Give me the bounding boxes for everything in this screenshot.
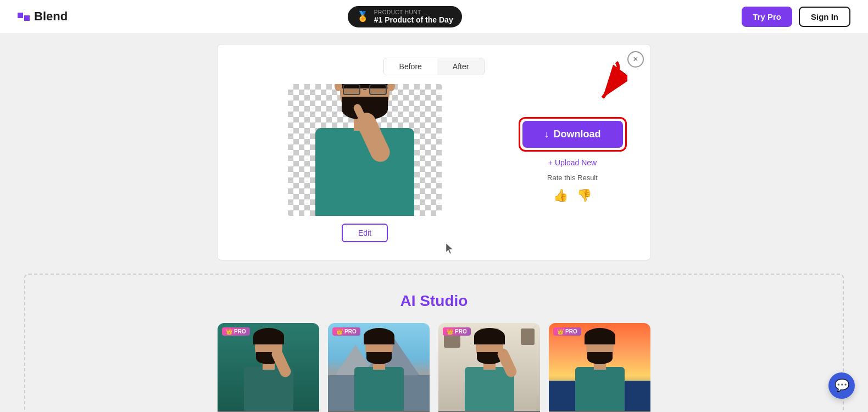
pro-badge: 👑 PRO bbox=[222, 327, 250, 336]
ph-medal-icon: 🏅 bbox=[357, 10, 369, 23]
logo: Blend bbox=[18, 9, 68, 24]
ph-badge-text: PRODUCT HUNT #1 Product of the Day bbox=[374, 9, 453, 24]
product-hunt-badge[interactable]: 🏅 PRODUCT HUNT #1 Product of the Day bbox=[348, 6, 462, 27]
logo-icon bbox=[18, 13, 30, 21]
ph-badge-label: PRODUCT HUNT bbox=[374, 9, 453, 15]
rate-result-label: Rate this Result bbox=[547, 174, 598, 182]
pro-badge: 👑 PRO bbox=[553, 327, 581, 336]
thumbs-up-button[interactable]: 👍 bbox=[553, 188, 568, 203]
download-button[interactable]: ↓ Download bbox=[522, 121, 623, 148]
ph-badge-title: #1 Product of the Day bbox=[374, 15, 453, 24]
thumbs-down-button[interactable]: 👎 bbox=[577, 188, 592, 203]
pro-badge: 👑 PRO bbox=[443, 327, 471, 336]
pro-label: PRO bbox=[455, 329, 467, 335]
image-container: Edit bbox=[235, 84, 494, 242]
gallery-image-bg bbox=[328, 323, 430, 411]
chat-icon: 💬 bbox=[834, 378, 849, 393]
download-label: Download bbox=[554, 129, 601, 140]
header: Blend 🏅 PRODUCT HUNT #1 Product of the D… bbox=[0, 0, 868, 33]
crown-icon: 👑 bbox=[226, 329, 232, 335]
try-pro-button[interactable]: Try Pro bbox=[742, 7, 792, 27]
header-actions: Try Pro Sign In bbox=[742, 7, 850, 27]
tab-group: Before After bbox=[383, 58, 485, 75]
result-area: Edit ↓ Download bbox=[235, 84, 633, 242]
pro-badge: 👑 PRO bbox=[332, 327, 360, 336]
gallery-item[interactable]: 👑 PRO Assorted bbox=[549, 323, 650, 412]
gallery-image-bg bbox=[438, 323, 540, 411]
chat-button[interactable]: 💬 bbox=[828, 372, 855, 399]
gallery-grid: 👑 PRO Assorted 👑 bbox=[38, 323, 830, 412]
close-icon: × bbox=[633, 54, 638, 64]
sign-in-button[interactable]: Sign In bbox=[799, 7, 850, 27]
ai-studio-section: AI Studio 👑 PRO Assorted bbox=[24, 274, 844, 412]
close-button[interactable]: × bbox=[627, 51, 644, 68]
logo-text: Blend bbox=[34, 9, 68, 24]
actions-panel: ↓ Download + Upload New Rate this Result… bbox=[512, 84, 633, 203]
crown-icon: 👑 bbox=[447, 329, 453, 335]
gallery-image-bg bbox=[218, 323, 319, 411]
thumbs-up-icon: 👍 bbox=[553, 188, 568, 202]
upload-new-link[interactable]: + Upload New bbox=[548, 158, 597, 167]
crown-icon: 👑 bbox=[336, 329, 343, 335]
gallery-item[interactable]: 👑 PRO Assorted bbox=[328, 323, 430, 412]
rating-buttons: 👍 👎 bbox=[553, 188, 592, 203]
processed-image bbox=[288, 84, 442, 216]
pro-label: PRO bbox=[234, 329, 246, 335]
page-wrapper: × Before After bbox=[0, 33, 868, 412]
ai-studio-title: AI Studio bbox=[38, 292, 830, 310]
result-modal: × Before After bbox=[217, 44, 651, 260]
download-icon: ↓ bbox=[544, 129, 549, 140]
crown-icon: 👑 bbox=[557, 329, 564, 335]
download-button-wrapper: ↓ Download bbox=[519, 117, 627, 152]
pro-label: PRO bbox=[344, 329, 357, 335]
edit-button[interactable]: Edit bbox=[342, 224, 388, 242]
gallery-item[interactable]: 👑 PRO Assorted bbox=[218, 323, 319, 412]
pro-label: PRO bbox=[565, 329, 577, 335]
tab-after[interactable]: After bbox=[437, 58, 485, 75]
thumbs-down-icon: 👎 bbox=[577, 188, 592, 202]
gallery-image-bg bbox=[549, 323, 650, 411]
gallery-item[interactable]: 👑 PRO Assorted bbox=[438, 323, 540, 412]
tab-before[interactable]: Before bbox=[384, 58, 437, 75]
arrow-indicator bbox=[561, 57, 627, 106]
